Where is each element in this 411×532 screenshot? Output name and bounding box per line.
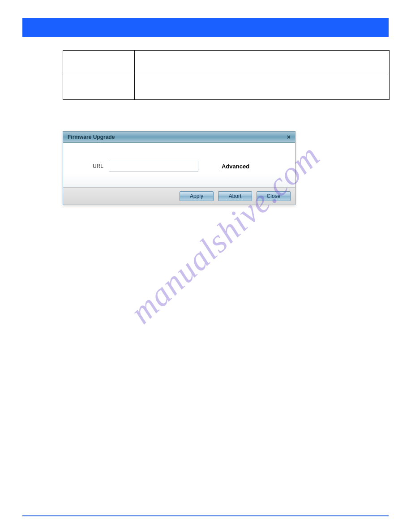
- apply-button[interactable]: Apply: [180, 191, 214, 201]
- table-row: [63, 75, 390, 100]
- page-container: Firmware Upgrade × URL Advanced Apply Ab…: [0, 0, 411, 532]
- close-button[interactable]: Close: [257, 191, 291, 201]
- url-label: URL: [77, 163, 103, 169]
- table-cell: [135, 75, 390, 100]
- url-input[interactable]: [109, 161, 198, 172]
- table-cell: [135, 51, 390, 75]
- footer-divider: [22, 515, 389, 516]
- abort-button[interactable]: Abort: [218, 191, 252, 201]
- advanced-link[interactable]: Advanced: [222, 163, 249, 170]
- dialog-body: URL Advanced: [63, 143, 295, 187]
- data-table: [63, 50, 390, 100]
- header-bar: [22, 18, 389, 37]
- dialog-header: Firmware Upgrade ×: [63, 132, 295, 143]
- dialog-footer: Apply Abort Close: [63, 187, 295, 205]
- close-icon[interactable]: ×: [287, 133, 291, 141]
- dialog-container: Firmware Upgrade × URL Advanced Apply Ab…: [63, 131, 295, 205]
- firmware-upgrade-dialog: Firmware Upgrade × URL Advanced Apply Ab…: [63, 131, 295, 205]
- table-row: [63, 51, 390, 75]
- table-cell: [63, 51, 135, 75]
- dialog-title: Firmware Upgrade: [68, 134, 115, 140]
- table-cell: [63, 75, 135, 100]
